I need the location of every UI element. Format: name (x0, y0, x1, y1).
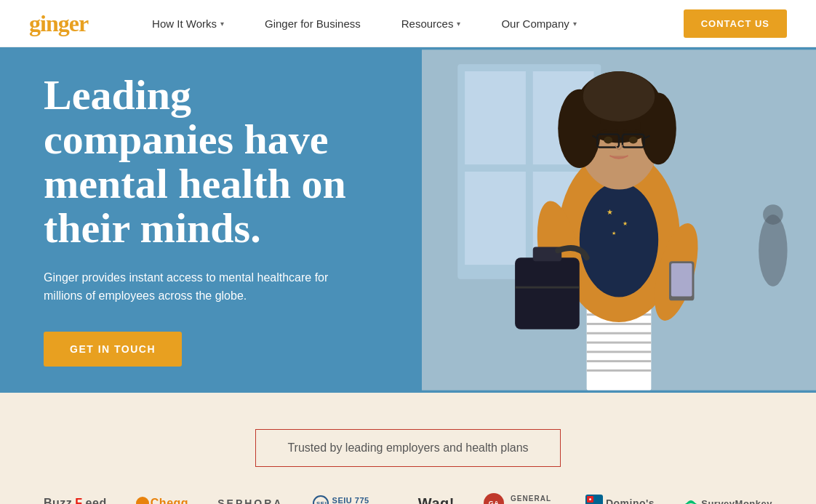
svg-text:★: ★ (623, 220, 628, 227)
svg-rect-14 (587, 342, 652, 344)
svg-text:SEIU: SEIU (316, 500, 329, 504)
nav-resources[interactable]: Resources ▾ (381, 0, 481, 47)
svg-point-36 (583, 71, 655, 121)
svg-rect-3 (465, 71, 526, 164)
svg-rect-12 (587, 323, 652, 325)
svg-rect-30 (671, 263, 692, 296)
chevron-down-icon: ▾ (457, 20, 460, 28)
hero-illustration: ★ ★ ★ (422, 47, 816, 393)
svg-rect-27 (515, 287, 580, 289)
svg-point-8 (763, 204, 783, 225)
svg-point-20 (580, 183, 658, 297)
svg-rect-25 (515, 257, 580, 329)
buzzfeed-logo: BuzzFeed (44, 497, 107, 504)
site-logo[interactable]: ginger (29, 10, 88, 37)
chegg-logo: Chegg (136, 497, 188, 504)
nav-how-it-works[interactable]: How It Works ▾ (132, 0, 244, 47)
get-in-touch-button[interactable]: GET IN TOUCH (44, 332, 182, 367)
svg-text:★: ★ (607, 208, 613, 216)
svg-point-7 (759, 215, 787, 287)
seiu-logo: SEIU SEIU 775 BENEFITS GROUP (313, 495, 389, 504)
svg-rect-17 (587, 369, 652, 372)
hero-section: Leading companies have mental health on … (0, 47, 816, 393)
chevron-down-icon: ▾ (220, 20, 224, 28)
contact-us-button[interactable]: CONTACT US (684, 9, 787, 38)
navbar: ginger How It Works ▾ Ginger for Busines… (0, 0, 816, 47)
general-assembly-logo: GA GENERAL ASSEMBLY (484, 493, 556, 504)
svg-text:★: ★ (612, 231, 616, 236)
logos-row-1: BuzzFeed Chegg SEPHORA SEIU SEIU 775 BEN… (44, 493, 772, 504)
svg-rect-5 (465, 172, 526, 265)
svg-rect-15 (587, 351, 652, 353)
nav-items: How It Works ▾ Ginger for Business Resou… (132, 0, 684, 47)
hero-subtitle: Ginger provides instant access to mental… (44, 268, 349, 305)
surveymonkey-logo: SurveyMonkey (684, 497, 772, 504)
svg-point-48 (589, 498, 591, 500)
trusted-text: Trusted by leading employers and health … (287, 441, 528, 455)
dominos-logo: Domino's (585, 495, 655, 504)
svg-point-43 (629, 137, 638, 144)
hero-content: Leading companies have mental health on … (0, 47, 422, 393)
hero-title: Leading companies have mental health on … (44, 73, 385, 251)
svg-rect-13 (587, 332, 652, 335)
svg-point-42 (604, 137, 612, 144)
wag-logo: Wag! (418, 495, 455, 505)
trusted-banner: Trusted by leading employers and health … (255, 429, 561, 467)
nav-our-company[interactable]: Our Company ▾ (481, 0, 596, 47)
trusted-section: Trusted by leading employers and health … (0, 393, 816, 504)
svg-rect-16 (587, 360, 652, 362)
sephora-logo: SEPHORA (217, 497, 283, 504)
chevron-down-icon: ▾ (573, 20, 577, 28)
nav-ginger-for-business[interactable]: Ginger for Business (244, 0, 381, 47)
hero-image: ★ ★ ★ (422, 47, 816, 393)
